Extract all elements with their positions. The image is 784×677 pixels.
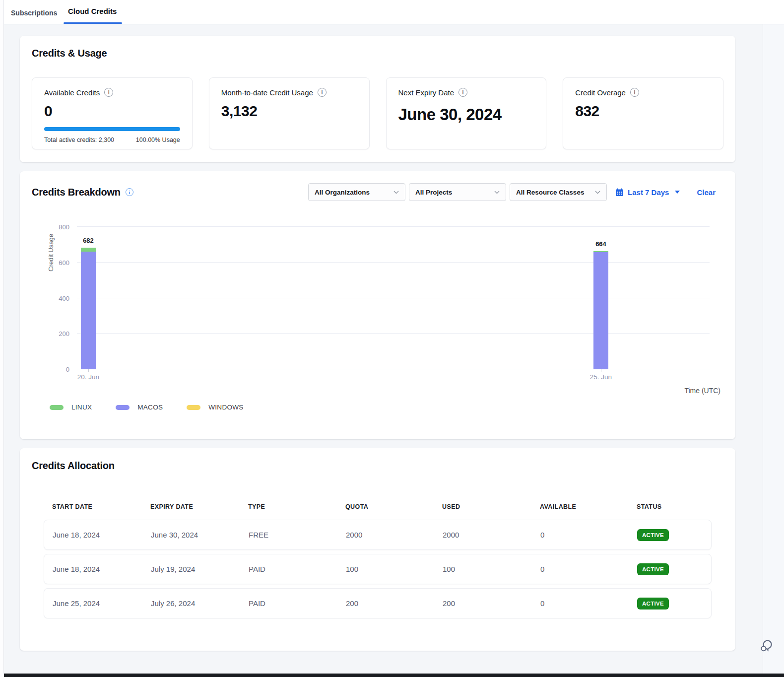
cell-expiry-date: July 19, 2024 bbox=[142, 565, 240, 573]
status-badge: ACTIVE bbox=[637, 563, 669, 575]
stat-next-expiry-date: Next Expiry Datei June 30, 2024 bbox=[386, 77, 547, 149]
stat-value: 3,132 bbox=[221, 103, 357, 120]
info-icon[interactable]: i bbox=[458, 88, 467, 97]
cell-start-date: June 18, 2024 bbox=[44, 531, 142, 539]
x-tick-label: 25. Jun bbox=[579, 373, 623, 381]
bar-segment-macos bbox=[593, 252, 608, 369]
credit-usage-chart: Credit Usage 682664 Time (UTC) LINUX MAC… bbox=[32, 201, 723, 428]
caret-down-icon bbox=[675, 191, 680, 194]
right-gutter bbox=[763, 24, 784, 677]
bar-segment-linux bbox=[81, 248, 96, 252]
gridline bbox=[77, 262, 710, 263]
stat-credit-overage: Credit Overagei 832 bbox=[563, 77, 723, 149]
projects-select[interactable]: All Projects bbox=[409, 183, 506, 201]
organizations-select[interactable]: All Organizations bbox=[308, 183, 405, 201]
support-chat-button[interactable] bbox=[759, 637, 776, 656]
cell-expiry-date: July 26, 2024 bbox=[142, 599, 240, 608]
y-tick-label: 600 bbox=[32, 259, 69, 267]
x-tick-mark bbox=[601, 369, 601, 372]
table-row[interactable]: June 25, 2024 July 26, 2024 PAID 200 200… bbox=[44, 588, 712, 618]
stat-month-to-date-usage: Month-to-date Credit Usagei 3,132 bbox=[209, 77, 370, 149]
calendar-icon bbox=[615, 188, 624, 197]
stat-label: Available Credits bbox=[44, 88, 100, 97]
resource-classes-select[interactable]: All Resource Classes bbox=[510, 183, 607, 201]
bar-segment-macos bbox=[81, 252, 96, 369]
status-badge: ACTIVE bbox=[637, 598, 669, 609]
gridline bbox=[77, 333, 710, 334]
gridline bbox=[77, 226, 710, 227]
credits-breakdown-card: Credits Breakdown i All Organizations Al… bbox=[20, 171, 735, 439]
table-header: START DATE EXPIRY DATE TYPE QUOTA USED A… bbox=[44, 503, 712, 510]
cell-quota: 200 bbox=[337, 599, 434, 608]
date-range-value: Last 7 Days bbox=[628, 188, 669, 197]
gridline bbox=[77, 298, 710, 298]
bar-segment-linux bbox=[593, 251, 608, 252]
col-type: TYPE bbox=[240, 503, 337, 510]
total-active-credits: Total active credits: 2,300 bbox=[44, 136, 114, 143]
cell-available: 0 bbox=[532, 531, 629, 539]
tab-subscriptions[interactable]: Subscriptions bbox=[11, 9, 57, 17]
info-icon[interactable]: i bbox=[630, 88, 639, 97]
projects-select-value: All Projects bbox=[415, 189, 452, 196]
cell-type: PAID bbox=[240, 599, 337, 608]
col-status: STATUS bbox=[628, 503, 712, 510]
y-tick-label: 400 bbox=[32, 295, 69, 302]
tab-cloud-credits[interactable]: Cloud Credits bbox=[68, 7, 117, 15]
stat-value: 832 bbox=[575, 103, 711, 120]
date-range-picker[interactable]: Last 7 Days bbox=[615, 188, 680, 197]
credits-usage-card: Credits & Usage Available Creditsi 0 Tot… bbox=[20, 36, 735, 162]
cell-type: FREE bbox=[240, 531, 337, 539]
legend-item-windows[interactable]: WINDOWS bbox=[187, 404, 243, 411]
x-axis-title: Time (UTC) bbox=[684, 387, 720, 395]
bar-value-label: 664 bbox=[586, 240, 616, 248]
info-icon[interactable]: i bbox=[318, 88, 327, 97]
stat-label: Month-to-date Credit Usage bbox=[221, 88, 313, 97]
col-quota: QUOTA bbox=[337, 503, 434, 510]
gridline bbox=[77, 369, 710, 369]
table-row[interactable]: June 18, 2024 June 30, 2024 FREE 2000 20… bbox=[44, 520, 712, 550]
stat-label: Next Expiry Date bbox=[398, 88, 455, 97]
info-icon[interactable]: i bbox=[104, 88, 113, 97]
cell-used: 200 bbox=[434, 599, 532, 608]
legend-swatch bbox=[50, 405, 64, 410]
stats-row: Available Creditsi 0 Total active credit… bbox=[32, 77, 723, 149]
cell-expiry-date: June 30, 2024 bbox=[142, 531, 240, 539]
info-icon[interactable]: i bbox=[126, 188, 133, 196]
y-tick-label: 200 bbox=[32, 330, 69, 338]
col-used: USED bbox=[434, 503, 531, 510]
left-edge-strip bbox=[0, 0, 4, 677]
chart-plot: 682664 bbox=[77, 227, 710, 369]
chevron-down-icon bbox=[595, 191, 600, 194]
bottom-bar bbox=[0, 674, 784, 677]
legend-swatch bbox=[116, 405, 130, 410]
bar-value-label: 682 bbox=[73, 237, 103, 244]
legend-label: WINDOWS bbox=[208, 404, 243, 411]
chevron-down-icon bbox=[494, 191, 500, 194]
tab-bar: Subscriptions Cloud Credits bbox=[0, 0, 784, 24]
right-gutter-divider bbox=[763, 24, 763, 677]
cell-quota: 2000 bbox=[337, 531, 434, 539]
chart-legend: LINUX MACOS WINDOWS bbox=[50, 404, 244, 411]
y-tick-label: 0 bbox=[32, 366, 69, 373]
legend-item-linux[interactable]: LINUX bbox=[50, 404, 92, 411]
clear-filters-link[interactable]: Clear bbox=[697, 188, 716, 197]
cell-start-date: June 25, 2024 bbox=[44, 599, 142, 608]
cell-status: ACTIVE bbox=[629, 529, 711, 541]
legend-item-macos[interactable]: MACOS bbox=[116, 404, 163, 411]
chart-filters: All Organizations All Projects All Resou… bbox=[308, 183, 723, 201]
allocation-table: START DATE EXPIRY DATE TYPE QUOTA USED A… bbox=[44, 503, 712, 618]
legend-label: LINUX bbox=[71, 404, 92, 411]
table-row[interactable]: June 18, 2024 July 19, 2024 PAID 100 100… bbox=[44, 554, 712, 584]
cell-status: ACTIVE bbox=[629, 563, 711, 575]
col-available: AVAILABLE bbox=[531, 503, 628, 510]
cell-available: 0 bbox=[532, 565, 629, 573]
chevron-down-icon bbox=[393, 191, 399, 194]
col-start-date: START DATE bbox=[44, 503, 142, 510]
cell-status: ACTIVE bbox=[629, 598, 711, 609]
legend-swatch bbox=[187, 405, 200, 410]
legend-label: MACOS bbox=[137, 404, 163, 411]
resource-classes-select-value: All Resource Classes bbox=[516, 189, 584, 196]
credits-allocation-card: Credits Allocation START DATE EXPIRY DAT… bbox=[20, 448, 735, 651]
cell-start-date: June 18, 2024 bbox=[44, 565, 142, 573]
x-tick-label: 20. Jun bbox=[66, 373, 111, 381]
